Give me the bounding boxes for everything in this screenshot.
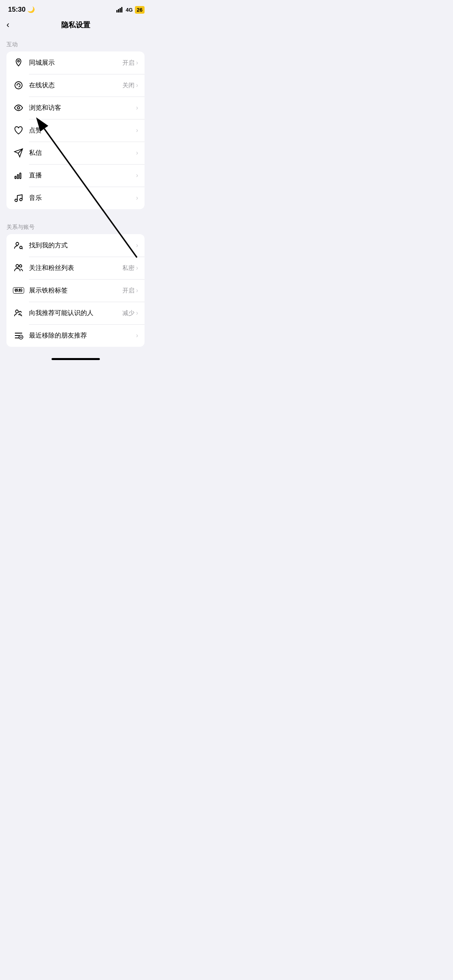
page-title: 隐私设置 bbox=[61, 20, 90, 30]
nearby-chevron: › bbox=[136, 59, 138, 66]
likes-label: 点赞 bbox=[29, 126, 134, 135]
nearby-value: 开启 bbox=[122, 59, 134, 67]
svg-point-6 bbox=[17, 85, 18, 86]
followers-value: 私密 bbox=[122, 264, 134, 272]
eye-icon bbox=[13, 102, 24, 113]
svg-rect-8 bbox=[15, 176, 16, 179]
signal-icon bbox=[116, 7, 124, 12]
network-label: 4G bbox=[126, 7, 132, 13]
music-icon bbox=[13, 192, 24, 204]
online-status-label: 在线状态 bbox=[29, 81, 122, 90]
list-item-browse-visitors[interactable]: 浏览和访客 › bbox=[6, 97, 145, 119]
svg-point-12 bbox=[20, 198, 22, 201]
section-header-interaction: 互动 bbox=[0, 35, 151, 51]
section-header-relations: 关系与账号 bbox=[0, 217, 151, 234]
iron-fan-value: 开启 bbox=[122, 287, 134, 294]
list-item-music[interactable]: 音乐 › bbox=[6, 187, 145, 209]
list-item-dm[interactable]: 私信 › bbox=[6, 142, 145, 164]
svg-point-14 bbox=[20, 246, 22, 249]
nav-bar: ‹ 隐私设置 bbox=[0, 17, 151, 35]
svg-rect-3 bbox=[121, 7, 122, 13]
list-item-find-me[interactable]: 找到我的方式 › bbox=[6, 234, 145, 257]
svg-point-7 bbox=[17, 107, 20, 109]
nearby-label: 同城展示 bbox=[29, 59, 122, 67]
find-me-chevron: › bbox=[136, 242, 138, 249]
recommend-chevron: › bbox=[136, 309, 138, 317]
home-bar bbox=[52, 358, 100, 360]
svg-point-15 bbox=[16, 265, 19, 268]
status-bar: 15:30 🌙 4G 26 bbox=[0, 0, 151, 17]
followers-chevron: › bbox=[136, 264, 138, 272]
online-status-chevron: › bbox=[136, 82, 138, 89]
svg-point-13 bbox=[16, 243, 19, 245]
moon-icon: 🌙 bbox=[27, 6, 35, 13]
interaction-card: 同城展示 开启 › 在线状态 关闭 › 浏览和访客 › bbox=[6, 51, 145, 209]
iron-fan-label: 展示铁粉标签 bbox=[29, 286, 122, 295]
location-icon bbox=[13, 57, 24, 68]
removed-friends-label: 最近移除的朋友推荐 bbox=[29, 331, 134, 340]
list-item-likes[interactable]: 点赞 › bbox=[6, 119, 145, 142]
dm-chevron: › bbox=[136, 149, 138, 156]
relations-card: 找到我的方式 › 关注和粉丝列表 私密 › 铁粉 展示铁粉标签 开启 › bbox=[6, 234, 145, 347]
music-chevron: › bbox=[136, 194, 138, 202]
browse-visitors-label: 浏览和访客 bbox=[29, 104, 134, 112]
online-icon bbox=[13, 80, 24, 91]
svg-point-17 bbox=[16, 310, 19, 313]
dm-label: 私信 bbox=[29, 149, 134, 157]
find-me-label: 找到我的方式 bbox=[29, 241, 134, 250]
status-icons: 4G 26 bbox=[116, 6, 145, 14]
svg-rect-9 bbox=[17, 175, 19, 179]
svg-point-16 bbox=[19, 265, 22, 267]
svg-rect-1 bbox=[118, 9, 119, 13]
iron-fan-icon: 铁粉 bbox=[13, 285, 24, 296]
iron-fan-chevron: › bbox=[136, 287, 138, 294]
back-button[interactable]: ‹ bbox=[6, 20, 9, 30]
list-item-online-status[interactable]: 在线状态 关闭 › bbox=[6, 74, 145, 97]
status-time: 15:30 bbox=[8, 6, 25, 14]
list-item-recommend[interactable]: 向我推荐可能认识的人 减少 › bbox=[6, 302, 145, 324]
find-user-icon bbox=[13, 240, 24, 251]
removed-friends-chevron: › bbox=[136, 332, 138, 339]
list-item-followers[interactable]: 关注和粉丝列表 私密 › bbox=[6, 257, 145, 279]
list-item-removed-friends[interactable]: 最近移除的朋友推荐 › bbox=[6, 324, 145, 347]
music-label: 音乐 bbox=[29, 194, 134, 202]
battery-badge: 26 bbox=[135, 6, 145, 14]
list-item-nearby[interactable]: 同城展示 开启 › bbox=[6, 51, 145, 74]
live-label: 直播 bbox=[29, 171, 134, 180]
browse-visitors-chevron: › bbox=[136, 104, 138, 111]
svg-rect-0 bbox=[116, 10, 118, 12]
svg-point-11 bbox=[15, 199, 17, 202]
likes-chevron: › bbox=[136, 127, 138, 134]
list-item-live[interactable]: 直播 › bbox=[6, 164, 145, 187]
send-icon bbox=[13, 147, 24, 159]
svg-point-5 bbox=[15, 82, 22, 89]
online-status-value: 关闭 bbox=[122, 82, 134, 89]
followers-label: 关注和粉丝列表 bbox=[29, 264, 122, 272]
recommend-value: 减少 bbox=[122, 309, 134, 317]
heart-icon bbox=[13, 125, 24, 136]
svg-point-4 bbox=[18, 60, 19, 62]
removed-icon bbox=[13, 330, 24, 341]
live-chevron: › bbox=[136, 172, 138, 179]
svg-rect-2 bbox=[120, 8, 121, 12]
svg-rect-10 bbox=[20, 173, 21, 179]
users-icon bbox=[13, 262, 24, 274]
home-indicator bbox=[0, 355, 151, 362]
recommend-label: 向我推荐可能认识的人 bbox=[29, 309, 122, 317]
recommend-user-icon bbox=[13, 307, 24, 319]
list-item-iron-fan[interactable]: 铁粉 展示铁粉标签 开启 › bbox=[6, 279, 145, 302]
live-icon bbox=[13, 170, 24, 181]
